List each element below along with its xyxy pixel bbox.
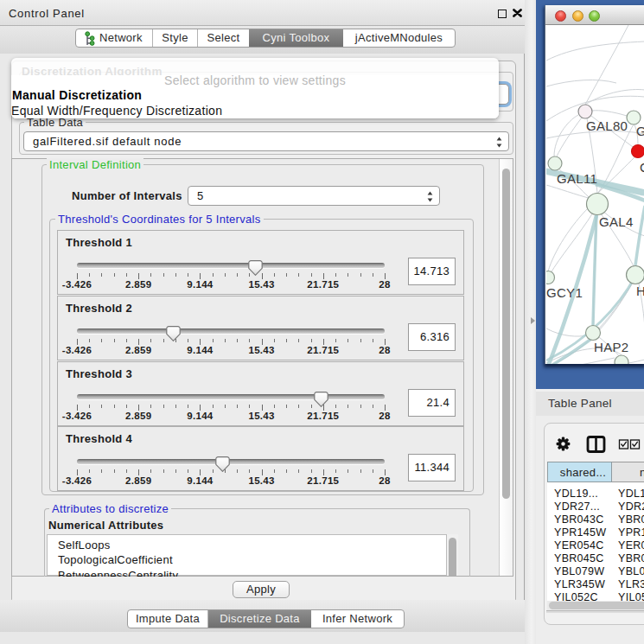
svg-text:GCY1: GCY1 xyxy=(546,285,583,300)
svg-text:HAP2: HAP2 xyxy=(594,340,628,354)
svg-text:GAL4: GAL4 xyxy=(599,214,634,229)
svg-text:HIS7: HIS7 xyxy=(636,284,644,298)
svg-text:GAL80: GAL80 xyxy=(586,118,628,133)
svg-text:GAL3: GAL3 xyxy=(636,124,644,138)
svg-text:GAL11: GAL11 xyxy=(557,171,597,186)
svg-text:CRM1: CRM1 xyxy=(640,160,644,175)
